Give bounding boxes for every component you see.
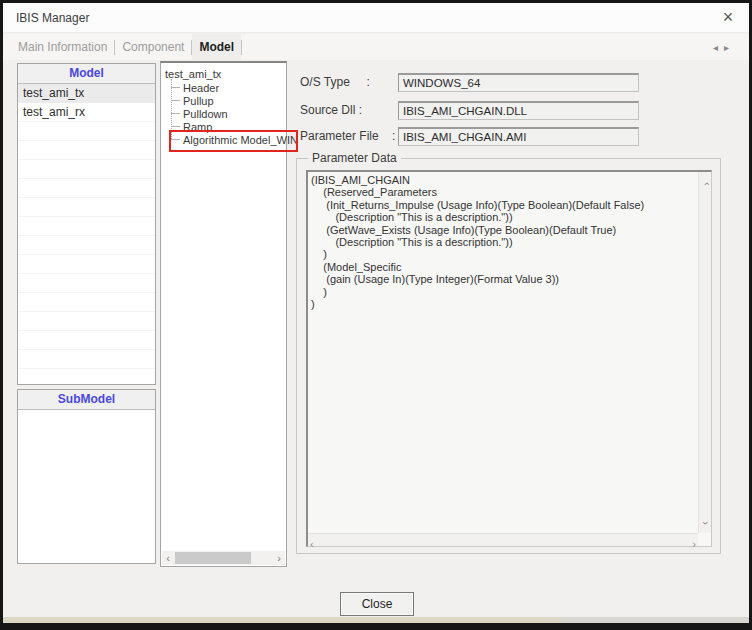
scrollbar-thumb[interactable] xyxy=(175,552,251,564)
window-bottom-edge xyxy=(3,617,749,623)
scroll-right-icon[interactable]: › xyxy=(692,538,696,550)
tab-scroll-right-icon[interactable]: ▸ xyxy=(724,42,735,53)
list-item-test-ami-rx[interactable]: test_ami_rx xyxy=(18,103,155,122)
parameter-data-text: (IBIS_AMI_CHGAIN (Reserved_Parameters (I… xyxy=(308,172,698,533)
os-type-field[interactable]: WINDOWS_64 xyxy=(398,73,639,92)
close-icon[interactable]: × xyxy=(715,6,741,30)
tree-branch-icon xyxy=(171,113,180,114)
vertical-scrollbar[interactable]: › › xyxy=(698,172,711,533)
scroll-down-icon[interactable]: › xyxy=(699,521,711,525)
window-title: IBIS Manager xyxy=(16,3,89,33)
model-list-header: Model xyxy=(18,64,155,84)
submodel-list-header: SubModel xyxy=(18,390,155,410)
list-item-test-ami-tx[interactable]: test_ami_tx xyxy=(18,84,155,103)
title-bar: IBIS Manager × xyxy=(3,3,749,33)
tab-component[interactable]: Component xyxy=(115,34,191,60)
tree-horizontal-scrollbar[interactable]: ‹ › xyxy=(162,551,285,565)
tab-bar: Main Information Component Model ◂▸ xyxy=(3,34,749,60)
source-dll-label: Source Dll : xyxy=(300,101,362,119)
os-type-label: O/S Type : xyxy=(300,73,370,91)
parameter-file-field[interactable]: IBIS_AMI_CHGAIN.AMI xyxy=(398,127,639,146)
model-list: test_ami_tx test_ami_rx xyxy=(18,84,155,384)
ibis-manager-window: IBIS Manager × Main Information Componen… xyxy=(0,0,752,630)
source-dll-field[interactable]: IBIS_AMI_CHGAIN.DLL xyxy=(398,101,639,120)
tree-item-pulldown[interactable]: Pulldown xyxy=(171,107,286,120)
tab-scroll-left-icon[interactable]: ◂ xyxy=(713,42,724,53)
tab-scroll-arrows: ◂▸ xyxy=(713,42,735,53)
tree-item-pullup[interactable]: Pullup xyxy=(171,94,286,107)
scroll-right-icon[interactable]: › xyxy=(273,552,285,564)
model-tree-panel: test_ami_tx Header Pullup Pulldown Ramp … xyxy=(160,61,287,567)
scroll-left-icon[interactable]: ‹ xyxy=(310,538,314,550)
tree-item-ramp[interactable]: Ramp xyxy=(171,120,286,133)
submodel-list-panel: SubModel xyxy=(17,389,156,564)
scroll-up-icon[interactable]: › xyxy=(699,182,711,186)
tree-item-algorithmic-model-win[interactable]: Algorithmic Model_WIN xyxy=(171,133,286,146)
scroll-left-icon[interactable]: ‹ xyxy=(162,552,174,564)
tree-item-header[interactable]: Header xyxy=(171,81,286,94)
horizontal-scrollbar[interactable]: ‹ › xyxy=(308,533,698,546)
model-tree: test_ami_tx Header Pullup Pulldown Ramp … xyxy=(161,63,286,146)
tree-branch-icon xyxy=(171,139,180,140)
close-button[interactable]: Close xyxy=(340,592,414,616)
tree-root-test-ami-tx[interactable]: test_ami_tx xyxy=(165,68,286,81)
tree-branch-icon xyxy=(171,100,180,101)
tree-branch-icon xyxy=(171,126,180,127)
tab-strip: Main Information Component Model xyxy=(11,34,242,60)
parameter-data-group: Parameter Data (IBIS_AMI_CHGAIN (Reserve… xyxy=(296,158,721,554)
tree-children: Header Pullup Pulldown Ramp Algorithmic … xyxy=(171,81,286,146)
parameter-data-group-label: Parameter Data xyxy=(308,151,401,165)
parameter-data-textarea[interactable]: (IBIS_AMI_CHGAIN (Reserved_Parameters (I… xyxy=(306,170,712,547)
model-list-panel: Model test_ami_tx test_ami_rx xyxy=(17,63,156,385)
parameter-file-label: Parameter File : xyxy=(300,127,395,145)
tree-branch-icon xyxy=(171,87,180,88)
tab-separator xyxy=(241,40,242,55)
tab-model[interactable]: Model xyxy=(192,34,241,60)
tab-main-information[interactable]: Main Information xyxy=(11,34,114,60)
